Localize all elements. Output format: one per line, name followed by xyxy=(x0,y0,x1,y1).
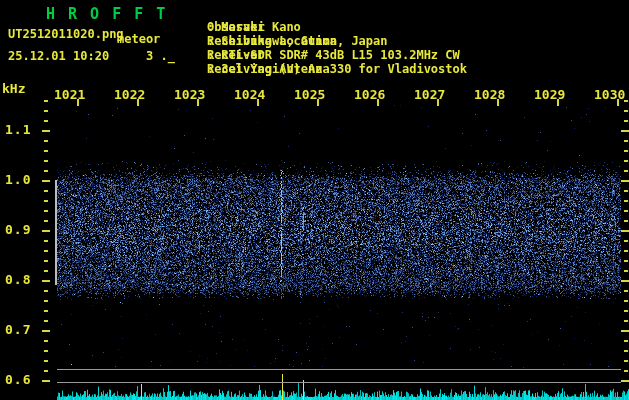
axis-tick xyxy=(624,120,628,122)
axis-tick xyxy=(624,290,628,292)
axis-tick xyxy=(44,360,48,362)
axis-tick xyxy=(624,340,628,342)
y-tick-label: 1.1 xyxy=(5,122,31,137)
axis-tick xyxy=(44,110,48,112)
axis-tick xyxy=(624,210,628,212)
axis-tick xyxy=(557,99,559,106)
axis-tick xyxy=(44,300,48,302)
freq-axis-unit: kHz xyxy=(2,81,25,96)
axis-tick xyxy=(44,260,48,262)
info-row-antenna: Receiving Antenna: 3el Yagi(V) Az 330 fo… xyxy=(178,48,207,61)
x-tick-label: 1030 xyxy=(594,87,625,102)
separator-line-lower xyxy=(57,382,621,383)
x-tick-label: 1021 xyxy=(54,87,85,102)
y-tick-label: 0.6 xyxy=(5,372,31,387)
x-tick-label: 1029 xyxy=(534,87,565,102)
x-tick-label: 1026 xyxy=(354,87,385,102)
x-tick-label: 1023 xyxy=(174,87,205,102)
axis-tick xyxy=(617,99,619,106)
axis-tick xyxy=(624,360,628,362)
x-tick-label: 1027 xyxy=(414,87,445,102)
axis-tick xyxy=(44,150,48,152)
axis-tick xyxy=(42,180,50,182)
axis-tick xyxy=(624,170,628,172)
axis-tick xyxy=(44,140,48,142)
axis-tick xyxy=(44,350,48,352)
axis-tick xyxy=(44,170,48,172)
axis-tick xyxy=(44,320,48,322)
axis-tick xyxy=(624,350,628,352)
axis-tick xyxy=(621,380,629,382)
x-tick-label: 1022 xyxy=(114,87,145,102)
app-title: H R O F F T xyxy=(46,5,167,23)
frequency-reference-bar xyxy=(55,180,57,285)
axis-tick xyxy=(44,250,48,252)
axis-tick xyxy=(624,370,628,372)
axis-tick xyxy=(44,290,48,292)
axis-tick xyxy=(44,190,48,192)
axis-tick xyxy=(624,220,628,222)
hrofft-screen: H R O F F T UT2512011020.png meteor 25.1… xyxy=(0,0,629,400)
axis-tick xyxy=(624,250,628,252)
axis-tick xyxy=(624,270,628,272)
axis-tick xyxy=(42,230,50,232)
axis-tick xyxy=(44,270,48,272)
axis-tick xyxy=(624,300,628,302)
axis-tick xyxy=(377,99,379,106)
axis-tick xyxy=(624,260,628,262)
axis-tick xyxy=(44,160,48,162)
axis-tick xyxy=(44,340,48,342)
y-tick-label: 0.9 xyxy=(5,222,31,237)
axis-tick xyxy=(621,180,629,182)
axis-tick xyxy=(44,120,48,122)
axis-tick xyxy=(257,99,259,106)
axis-tick xyxy=(621,280,629,282)
axis-tick xyxy=(437,99,439,106)
axis-tick xyxy=(621,330,629,332)
axis-tick xyxy=(137,99,139,106)
axis-tick xyxy=(42,130,50,132)
info-value: : RTL-SDR SDR# 43dB L15 103.2MHz CW xyxy=(207,48,460,62)
axis-tick xyxy=(197,99,199,106)
axis-tick xyxy=(624,100,628,102)
axis-tick xyxy=(44,200,48,202)
axis-tick xyxy=(624,320,628,322)
axis-tick xyxy=(42,330,50,332)
axis-tick xyxy=(624,310,628,312)
axis-tick xyxy=(621,130,629,132)
axis-tick xyxy=(77,99,79,106)
axis-tick xyxy=(621,230,629,232)
y-tick-label: 0.8 xyxy=(5,272,31,287)
mode-label: meteor xyxy=(117,32,160,46)
axis-tick xyxy=(624,240,628,242)
x-tick-label: 1028 xyxy=(474,87,505,102)
axis-tick xyxy=(624,190,628,192)
axis-tick xyxy=(44,310,48,312)
axis-tick xyxy=(44,240,48,242)
y-tick-label: 1.0 xyxy=(5,172,31,187)
info-value: : Shibukawa, Gunma, Japan xyxy=(207,34,388,48)
info-row-observer: Observer: Masaki Kano xyxy=(178,6,207,19)
info-value: : 3el Yagi(V) Az 330 for Vladivostok xyxy=(207,62,467,76)
info-row-receiver: Receiver: RTL-SDR SDR# 43dB L15 103.2MHz… xyxy=(178,34,207,47)
axis-tick xyxy=(624,160,628,162)
axis-tick xyxy=(44,100,48,102)
echo-counter: 3 ._ xyxy=(146,49,175,63)
axis-tick xyxy=(42,380,50,382)
axis-tick xyxy=(624,140,628,142)
separator-line-upper xyxy=(57,369,621,370)
x-tick-label: 1025 xyxy=(294,87,325,102)
axis-tick xyxy=(44,220,48,222)
info-value: : Masaki Kano xyxy=(207,20,301,34)
axis-tick xyxy=(497,99,499,106)
axis-tick xyxy=(624,110,628,112)
axis-tick xyxy=(44,210,48,212)
axis-tick xyxy=(42,280,50,282)
axis-tick xyxy=(44,370,48,372)
info-row-location: Receiving Location: Shibukawa, Gunma, Ja… xyxy=(178,20,207,33)
axis-tick xyxy=(624,150,628,152)
axis-tick xyxy=(317,99,319,106)
axis-tick xyxy=(624,200,628,202)
datetime-label: 25.12.01 10:20 xyxy=(8,49,109,63)
y-tick-label: 0.7 xyxy=(5,322,31,337)
